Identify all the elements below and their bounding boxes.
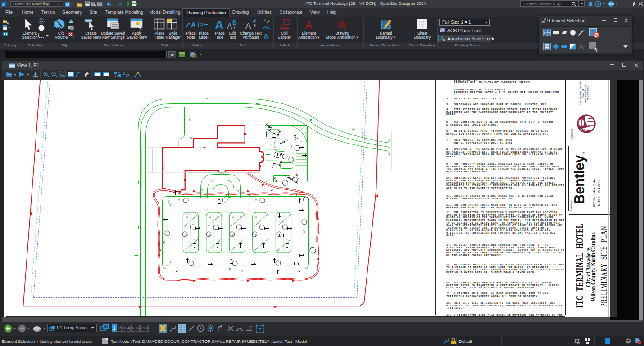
svg-text:18': 18' — [300, 141, 303, 143]
svg-text:A: A — [245, 21, 251, 31]
svg-text:A: A — [191, 21, 196, 28]
svg-text:A: A — [227, 22, 232, 31]
svg-text:A: A — [215, 18, 224, 31]
svg-text:?: ? — [597, 2, 599, 7]
svg-text:24': 24' — [217, 239, 219, 241]
svg-text:24': 24' — [274, 150, 277, 152]
svg-text:18': 18' — [287, 265, 289, 267]
svg-text:OS: OS — [609, 2, 614, 6]
svg-text:B: B — [232, 19, 237, 26]
svg-text:24': 24' — [263, 239, 265, 241]
svg-text:18': 18' — [199, 265, 201, 267]
svg-text:9': 9' — [257, 214, 259, 216]
svg-text:18': 18' — [243, 265, 245, 267]
svg-text:24': 24' — [240, 239, 242, 241]
svg-text:24': 24' — [286, 239, 289, 241]
svg-text:M: M — [66, 2, 70, 7]
svg-text:18': 18' — [295, 165, 297, 167]
svg-text:R3': R3' — [168, 200, 170, 202]
svg-text:9': 9' — [234, 214, 235, 216]
svg-text:R3': R3' — [314, 214, 316, 216]
svg-text:24': 24' — [193, 239, 195, 241]
